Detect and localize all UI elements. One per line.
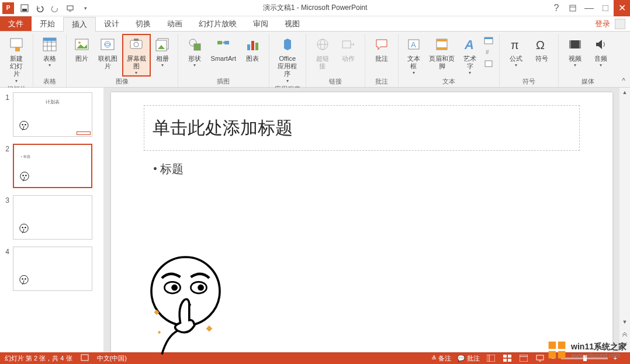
equation-button[interactable]: π 公式▾ — [503, 34, 529, 69]
svg-point-56 — [20, 224, 28, 232]
title-placeholder[interactable]: 单击此处添加标题 — [144, 105, 580, 151]
slide-number: 2 — [2, 144, 13, 188]
face-image[interactable] — [127, 252, 238, 357]
svg-rect-48 — [569, 40, 571, 48]
avatar-icon[interactable] — [615, 19, 625, 29]
wordart-icon: A — [461, 35, 479, 54]
app-icon: P — [2, 2, 14, 14]
slide-thumbnail-3[interactable] — [13, 195, 92, 240]
audio-button[interactable]: 音频▾ — [588, 34, 614, 69]
svg-point-59 — [20, 275, 28, 283]
group-slides: 新建 幻灯片▾ 幻灯片 — [0, 34, 33, 87]
maximize-button[interactable] — [597, 0, 614, 16]
collapse-ribbon-button[interactable]: ^ — [617, 74, 630, 87]
screenshot-button[interactable]: 屏幕截图▾ — [122, 34, 151, 77]
tab-home[interactable]: 开始 — [32, 16, 63, 31]
spelling-icon[interactable] — [81, 354, 89, 362]
group-label: 媒体 — [581, 77, 594, 87]
close-button[interactable]: ✕ — [614, 0, 630, 16]
new-slide-button[interactable]: 新建 幻灯片▾ — [4, 34, 29, 85]
thumb-marker — [77, 131, 91, 135]
svg-point-50 — [20, 121, 28, 129]
ribbon-tabs: 文件 开始 插入 设计 切换 动画 幻灯片放映 审阅 视图 登录 — [0, 16, 630, 32]
album-button[interactable]: 相册▾ — [151, 34, 174, 69]
tab-view[interactable]: 视图 — [276, 16, 308, 31]
svg-rect-17 — [101, 39, 114, 50]
qat-undo-icon[interactable] — [33, 1, 47, 15]
picture-icon — [72, 35, 91, 54]
smartart-button[interactable]: SmartArt — [207, 34, 240, 64]
slide-canvas[interactable]: 单击此处添加标题 标题 — [111, 92, 612, 352]
watermark-logo-icon — [546, 339, 567, 360]
qat-start-slideshow-icon[interactable] — [63, 1, 77, 15]
svg-rect-67 — [81, 355, 88, 360]
svg-point-16 — [78, 41, 81, 44]
prev-slide-icon[interactable] — [620, 329, 629, 338]
language-status[interactable]: 中文(中国) — [97, 354, 127, 363]
slide-thumbnail-1[interactable]: 计划表 — [13, 92, 92, 137]
tab-design[interactable]: 设计 — [96, 16, 127, 31]
textbox-button[interactable]: A 文本框▾ — [402, 34, 425, 77]
symbol-button[interactable]: Ω 符号 — [529, 34, 555, 64]
tab-slideshow[interactable]: 幻灯片放映 — [191, 16, 245, 31]
date-time-button[interactable] — [483, 35, 494, 46]
tab-transitions[interactable]: 切换 — [127, 16, 159, 31]
sorter-view-icon[interactable] — [502, 354, 513, 362]
svg-rect-21 — [134, 39, 139, 41]
svg-rect-34 — [342, 41, 351, 48]
slide-number-button[interactable]: # — [483, 47, 494, 57]
group-images: 图片 联机图片 屏幕截图▾ 相册▾ 图像 — [67, 34, 178, 87]
group-label: 文本 — [442, 77, 455, 87]
tab-review[interactable]: 审阅 — [245, 16, 276, 31]
table-button[interactable]: 表格▾ — [37, 34, 63, 69]
tab-file[interactable]: 文件 — [0, 16, 32, 31]
svg-point-53 — [20, 172, 29, 180]
scroll-up-icon[interactable]: ▲ — [620, 88, 629, 97]
svg-text:A: A — [464, 37, 474, 52]
bullet-text[interactable]: 标题 — [153, 161, 184, 177]
title-bar: P ▾ 演示文稿1 - Microsoft PowerPoint ? — ✕ — [0, 0, 630, 16]
chart-button[interactable]: 图表 — [240, 34, 265, 64]
video-icon — [566, 35, 584, 54]
action-icon — [339, 35, 358, 54]
shapes-button[interactable]: 形状▾ — [182, 34, 207, 69]
comments-button[interactable]: 💬 批注 — [457, 354, 480, 363]
minimize-button[interactable]: — — [581, 0, 597, 16]
comment-icon — [372, 35, 391, 54]
group-links: 超链接 动作 链接 — [306, 34, 365, 87]
svg-rect-79 — [558, 342, 566, 349]
comment-button[interactable]: 批注 — [369, 34, 394, 64]
wordart-button[interactable]: A 艺术字▾ — [458, 34, 482, 77]
video-button[interactable]: 视频▾ — [562, 34, 588, 69]
group-label: 插图 — [217, 77, 230, 87]
slide-thumbnail-4[interactable] — [13, 247, 92, 291]
svg-point-64 — [171, 285, 178, 291]
tab-insert[interactable]: 插入 — [63, 17, 96, 32]
slide-thumbnail-2[interactable]: • 标题 — [13, 144, 92, 188]
header-footer-button[interactable]: 页眉和页脚 — [425, 34, 459, 71]
qat-save-icon[interactable] — [18, 1, 32, 15]
login-link[interactable]: 登录 — [595, 19, 610, 29]
svg-rect-81 — [558, 351, 566, 359]
face-icon — [17, 120, 31, 134]
watermark: win11系统之家 www.relsound.com — [546, 339, 626, 360]
tab-animations[interactable]: 动画 — [159, 16, 191, 31]
help-button[interactable]: ? — [548, 0, 565, 16]
online-picture-button[interactable]: 联机图片 — [94, 34, 122, 71]
slideshow-view-icon[interactable] — [535, 354, 545, 362]
qat-customize-icon[interactable]: ▾ — [78, 1, 92, 15]
scroll-down-icon[interactable]: ▼ — [620, 317, 629, 327]
qat-redo-icon[interactable] — [48, 1, 62, 15]
picture-button[interactable]: 图片 — [70, 34, 94, 64]
object-button[interactable] — [483, 58, 494, 69]
slide-panel[interactable]: 1 计划表 2 • 标题 3 4 — [0, 88, 104, 352]
svg-point-54 — [22, 175, 23, 176]
reading-view-icon[interactable] — [518, 354, 529, 362]
office-apps-button[interactable]: Office 应用程序▾ — [273, 34, 302, 85]
vertical-scrollbar[interactable]: ▲ ▼ — [619, 88, 630, 352]
normal-view-icon[interactable] — [486, 354, 496, 362]
notes-button[interactable]: ≛ 备注 — [431, 354, 451, 363]
svg-rect-1 — [22, 9, 27, 11]
ribbon-display-button[interactable] — [565, 0, 581, 16]
hyperlink-button: 超链接 — [310, 34, 336, 71]
